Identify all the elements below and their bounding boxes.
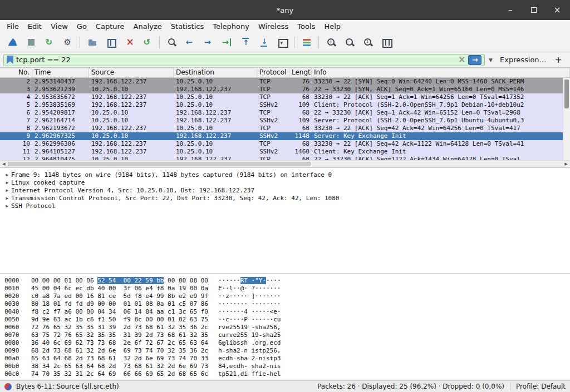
- detail-row[interactable]: ▶Internet Protocol Version 4, Src: 10.25…: [3, 187, 570, 195]
- packet-row-7[interactable]: 72.96216471410.25.0.10192.168.122.237SSH…: [0, 117, 570, 125]
- packet-row-9[interactable]: 92.96296732510.25.0.10192.168.122.237SSH…: [0, 132, 570, 140]
- zoom-original-button[interactable]: [358, 34, 377, 50]
- expand-arrow-icon[interactable]: ▶: [3, 179, 11, 187]
- cell-no: 10: [0, 140, 32, 148]
- hex-row-0090[interactable]: 009068 2d 73 68 61 32 2d 6e 69 73 74 70 …: [4, 347, 570, 355]
- hex-row-0080[interactable]: 008036 40 6c 69 62 73 73 68 2e 6f 72 67 …: [4, 339, 570, 347]
- column-header-length[interactable]: Length: [289, 68, 312, 77]
- menu-file[interactable]: File: [2, 21, 23, 32]
- start-capture-icon: [8, 37, 18, 47]
- save-file-button[interactable]: [101, 34, 120, 50]
- close-button[interactable]: ×: [553, 6, 561, 14]
- filter-text[interactable]: tcp.port == 22: [16, 56, 456, 64]
- menu-wireless[interactable]: Wireless: [254, 21, 293, 32]
- hex-row-00c0[interactable]: 00c074 70 35 32 31 2c 64 69 66 66 69 65 …: [4, 370, 570, 378]
- detail-row[interactable]: ▶Frame 9: 1148 bytes on wire (9184 bits)…: [3, 171, 570, 179]
- filter-dropdown-icon[interactable]: ▼: [488, 57, 494, 63]
- expand-arrow-icon[interactable]: ▶: [3, 187, 11, 195]
- expand-arrow-icon[interactable]: ▶: [3, 202, 11, 210]
- display-filter-input[interactable]: tcp.port == 22 × →: [3, 54, 485, 66]
- expand-arrow-icon[interactable]: ▶: [3, 195, 11, 202]
- scroll-right-icon[interactable]: ▶: [562, 162, 570, 166]
- hex-dump-pane: 000000 00 00 01 00 06 52 54 00 22 59 bb …: [0, 274, 570, 380]
- apply-filter-button[interactable]: →: [468, 55, 481, 65]
- column-header-source[interactable]: Source: [89, 68, 174, 77]
- hex-row-0010[interactable]: 001045 00 04 6c ec db 40 00 3f 06 e4 f8 …: [4, 285, 570, 292]
- menu-statistics[interactable]: Statistics: [166, 21, 208, 32]
- cell-no: 11: [0, 148, 32, 156]
- packet-row-6[interactable]: 62.95420981710.25.0.10192.168.122.237TCP…: [0, 109, 570, 117]
- zoom-out-button[interactable]: [340, 34, 358, 50]
- find-packet-button[interactable]: [163, 34, 181, 50]
- colorize-icon: [302, 37, 312, 47]
- column-header-no[interactable]: No.: [0, 68, 32, 77]
- horizontal-scrollbar[interactable]: ◀ ▶: [0, 160, 570, 168]
- hex-row-0020[interactable]: 0020c0 a8 7a ed 00 16 81 ce 5d f8 e4 99 …: [4, 292, 570, 300]
- zoom-in-button[interactable]: [322, 34, 340, 50]
- status-profile[interactable]: Profile: Default: [516, 383, 566, 390]
- hex-offset: 0030: [4, 300, 23, 308]
- packet-row-5[interactable]: 52.953835169192.168.122.23710.25.0.10SSH…: [0, 101, 570, 109]
- expert-info-icon[interactable]: [4, 383, 12, 390]
- hex-row-00b0[interactable]: 00b038 34 2c 65 63 64 68 2d 73 68 61 32 …: [4, 363, 570, 370]
- packet-row-4[interactable]: 42.953635672192.168.122.23710.25.0.10TCP…: [0, 93, 570, 101]
- minimize-button[interactable]: –: [507, 6, 514, 14]
- hex-row-0040[interactable]: 0040f8 c2 f7 a6 00 00 04 34 06 14 84 aa …: [4, 308, 570, 316]
- packet-row-2[interactable]: 22.953140437192.168.122.23710.25.0.10TCP…: [0, 78, 570, 86]
- go-back-button[interactable]: [181, 34, 199, 50]
- column-header-info[interactable]: Info: [312, 68, 570, 77]
- detail-row[interactable]: ▶Linux cooked capture: [3, 179, 570, 187]
- packet-row-12[interactable]: 122.96481047510.25.0.10192.168.122.237TC…: [0, 156, 570, 160]
- cell-source: 10.25.0.10: [89, 86, 174, 93]
- menu-analyze[interactable]: Analyze: [129, 21, 166, 32]
- maximize-button[interactable]: [530, 6, 538, 14]
- first-packet-button[interactable]: [236, 34, 254, 50]
- menu-view[interactable]: View: [46, 21, 72, 32]
- hex-row-0050[interactable]: 00509d 9e 63 ac 1b c6 f1 50 f9 8c 00 00 …: [4, 316, 570, 324]
- menu-help[interactable]: Help: [320, 21, 345, 32]
- packet-row-3[interactable]: 32.95362123910.25.0.10192.168.122.237TCP…: [0, 86, 570, 93]
- menu-edit[interactable]: Edit: [23, 21, 46, 32]
- packet-row-8[interactable]: 82.962193672192.168.122.23710.25.0.10TCP…: [0, 125, 570, 132]
- colorize-button[interactable]: [297, 34, 316, 50]
- hex-row-0030[interactable]: 003080 18 01 fd fd d9 00 00 01 01 08 0a …: [4, 300, 570, 308]
- stop-capture-button[interactable]: [22, 34, 40, 50]
- vertical-scrollbar-thumb[interactable]: [564, 80, 569, 108]
- expression-button[interactable]: Expression…: [497, 56, 550, 64]
- restart-capture-button[interactable]: [40, 34, 58, 50]
- menu-go[interactable]: Go: [72, 21, 91, 32]
- filter-bookmark-icon[interactable]: [7, 56, 13, 64]
- close-file-button[interactable]: [120, 34, 138, 50]
- expand-arrow-icon[interactable]: ▶: [3, 171, 11, 179]
- capture-options-button[interactable]: [58, 34, 77, 50]
- hex-row-00a0[interactable]: 00a065 63 64 68 2d 73 68 61 32 2d 6e 69 …: [4, 355, 570, 363]
- add-filter-button[interactable]: +: [553, 54, 567, 65]
- hex-row-0000[interactable]: 000000 00 00 01 00 06 52 54 00 22 59 bb …: [4, 277, 570, 285]
- last-packet-button[interactable]: [254, 34, 273, 50]
- menu-tools[interactable]: Tools: [293, 21, 320, 32]
- reload-button[interactable]: [138, 34, 156, 50]
- go-forward-button[interactable]: [199, 34, 218, 50]
- clear-filter-icon[interactable]: ×: [459, 56, 466, 64]
- cell-length: 68: [289, 109, 312, 117]
- hex-row-0060[interactable]: 006072 76 65 32 35 35 31 39 2d 73 68 61 …: [4, 324, 570, 331]
- start-capture-button[interactable]: [3, 34, 22, 50]
- menu-capture[interactable]: Capture: [91, 21, 129, 32]
- open-file-button[interactable]: [83, 34, 101, 50]
- hex-row-0070[interactable]: 007063 75 72 76 65 32 35 35 31 39 2d 73 …: [4, 331, 570, 339]
- column-header-protocol[interactable]: Protocol: [257, 68, 289, 77]
- resize-columns-button[interactable]: [377, 34, 395, 50]
- detail-row[interactable]: ▶SSH Protocol: [3, 202, 570, 210]
- detail-row[interactable]: ▶Transmission Control Protocol, Src Port…: [3, 195, 570, 202]
- vertical-scrollbar[interactable]: [563, 78, 570, 160]
- wireshark-window: *any – × FileEditViewGoCaptureAnalyzeSta…: [0, 0, 570, 392]
- column-header-destination[interactable]: Destination: [174, 68, 257, 77]
- packet-row-10[interactable]: 102.962996306192.168.122.23710.25.0.10TC…: [0, 140, 570, 148]
- auto-scroll-button[interactable]: [273, 34, 291, 50]
- column-header-time[interactable]: Time: [32, 68, 89, 77]
- packet-row-11[interactable]: 112.964105127192.168.122.23710.25.0.10SS…: [0, 148, 570, 156]
- menu-telephony[interactable]: Telephony: [208, 21, 254, 32]
- go-to-packet-button[interactable]: [218, 34, 236, 50]
- horizontal-scrollbar-thumb[interactable]: [8, 162, 311, 166]
- scroll-left-icon[interactable]: ◀: [0, 162, 8, 166]
